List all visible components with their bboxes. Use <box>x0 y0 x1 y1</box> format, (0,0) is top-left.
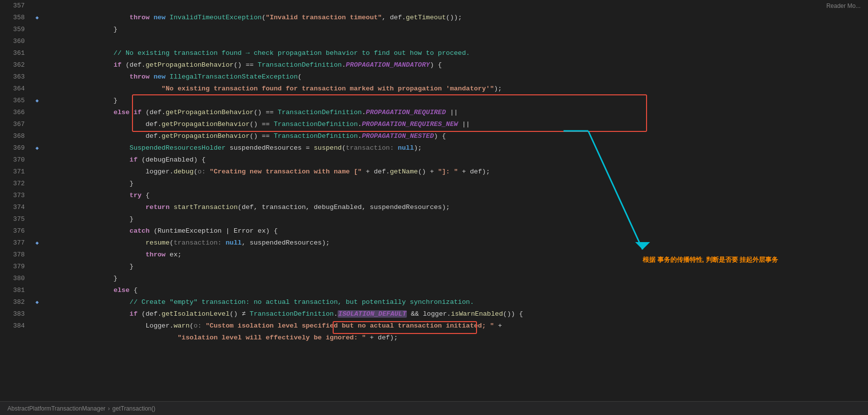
code-line-360: // No existing transaction found → check… <box>49 36 868 47</box>
code-line-365: else if (def.getPropagationBehavior() ==… <box>49 95 868 107</box>
code-line-359 <box>49 24 868 36</box>
code-line-372: try { <box>49 178 868 190</box>
breadcrumb: AbstractPlatformTransactionManager › get… <box>0 401 868 415</box>
reader-mode-label[interactable]: Reader Mo... <box>826 2 861 9</box>
code-line-375: catch (RuntimeException | Error ex) { <box>49 213 868 225</box>
code-line-380: else { <box>49 273 868 285</box>
gutter: ◆ ◆ ◆ ◆ ◆ <box>30 0 44 401</box>
code-line-373: return startTransaction(def, transaction… <box>49 190 868 202</box>
editor-container: 357 358 359 360 361 362 363 364 365 366 … <box>0 0 868 415</box>
breadcrumb-class: AbstractPlatformTransactionManager <box>7 405 105 412</box>
code-area: 357 358 359 360 361 362 363 364 365 366 … <box>0 0 868 401</box>
code-line-379: } <box>49 261 868 273</box>
code-line-357: throw new InvalidTimeoutException("Inval… <box>49 0 868 12</box>
breadcrumb-separator: › <box>108 405 110 412</box>
code-line-381: // Create "empty" transaction: no actual… <box>49 285 868 296</box>
breadcrumb-method: getTransaction() <box>112 405 155 412</box>
line-numbers: 357 358 359 360 361 362 363 364 365 366 … <box>0 0 30 401</box>
code-content: Reader Mo... throw new InvalidTimeoutExc… <box>44 0 868 401</box>
